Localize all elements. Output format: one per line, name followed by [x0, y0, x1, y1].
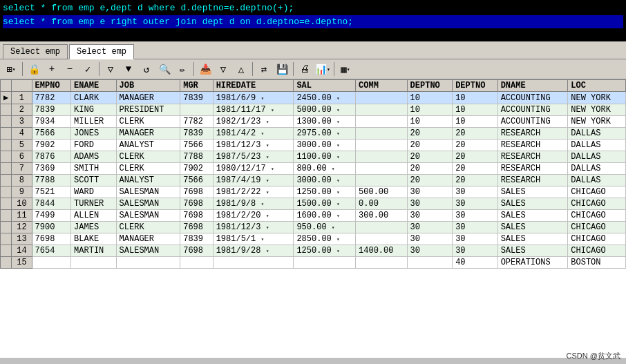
- table-row[interactable]: 7 7369 SMITH CLERK 7902 1980/12/17 ▾ 800…: [1, 163, 626, 175]
- deptno2-cell[interactable]: 20: [453, 151, 498, 163]
- empno-cell[interactable]: 7782: [32, 92, 70, 104]
- comm-cell[interactable]: [356, 116, 408, 128]
- ename-cell[interactable]: ALLEN: [71, 210, 117, 222]
- mgr-cell[interactable]: [180, 257, 213, 269]
- mgr-cell[interactable]: [180, 104, 213, 116]
- deptno1-header[interactable]: DEPTNO: [407, 80, 453, 92]
- print-button[interactable]: 🖨: [296, 61, 313, 77]
- sal-cell[interactable]: 3000.00 ▾: [294, 140, 356, 151]
- deptno1-cell[interactable]: 30: [407, 233, 453, 245]
- loc-cell[interactable]: DALLAS: [568, 175, 626, 186]
- empno-cell[interactable]: 7499: [32, 210, 70, 222]
- loc-cell[interactable]: CHICAGO: [568, 222, 626, 233]
- deptno1-cell[interactable]: 20: [407, 128, 453, 140]
- deptno2-cell[interactable]: 30: [453, 198, 498, 210]
- job-cell[interactable]: ANALYST: [116, 175, 180, 186]
- dname-cell[interactable]: RESEARCH: [497, 163, 568, 175]
- deptno1-cell[interactable]: 30: [407, 222, 453, 233]
- sal-cell[interactable]: 1250.00 ▾: [294, 186, 356, 198]
- sal-cell[interactable]: 800.00 ▾: [294, 163, 356, 175]
- table-row[interactable]: 8 7788 SCOTT ANALYST 7566 1987/4/19 ▾ 30…: [1, 175, 626, 186]
- ename-cell[interactable]: FORD: [71, 140, 117, 151]
- empno-cell[interactable]: 7876: [32, 151, 70, 163]
- hiredate-cell[interactable]: 1980/12/17 ▾: [213, 163, 294, 175]
- ename-cell[interactable]: JAMES: [71, 222, 117, 233]
- sal-cell[interactable]: 1600.00 ▾: [294, 210, 356, 222]
- sal-header[interactable]: SAL: [294, 80, 356, 92]
- empno-cell[interactable]: 7902: [32, 140, 70, 151]
- dname-header[interactable]: DNAME: [497, 80, 568, 92]
- table-row[interactable]: 15 40 OPERATIONS BOSTON: [1, 257, 626, 269]
- job-cell[interactable]: SALESMAN: [116, 198, 180, 210]
- deptno2-cell[interactable]: 20: [453, 163, 498, 175]
- mgr-cell[interactable]: 7839: [180, 92, 213, 104]
- empno-cell[interactable]: 7788: [32, 175, 70, 186]
- add-button[interactable]: +: [44, 61, 60, 77]
- comm-cell[interactable]: [356, 140, 408, 151]
- dname-cell[interactable]: SALES: [497, 198, 568, 210]
- job-cell[interactable]: SALESMAN: [116, 186, 180, 198]
- job-cell[interactable]: MANAGER: [116, 92, 180, 104]
- deptno2-header[interactable]: DEPTNO: [453, 80, 498, 92]
- deptno2-cell[interactable]: 10: [453, 92, 498, 104]
- loc-cell[interactable]: BOSTON: [568, 257, 626, 269]
- confirm-button[interactable]: ✓: [79, 61, 96, 77]
- remove-button[interactable]: −: [61, 61, 78, 77]
- tab-select-emp-2[interactable]: Select emp: [69, 44, 134, 59]
- hiredate-cell[interactable]: 1981/9/8 ▾: [213, 198, 294, 210]
- deptno2-cell[interactable]: 30: [453, 222, 498, 233]
- loc-cell[interactable]: CHICAGO: [568, 186, 626, 198]
- loc-cell[interactable]: NEW YORK: [568, 104, 626, 116]
- table-row[interactable]: 3 7934 MILLER CLERK 7782 1982/1/23 ▾ 130…: [1, 116, 626, 128]
- ename-cell[interactable]: ADAMS: [71, 151, 117, 163]
- mgr-cell[interactable]: 7839: [180, 128, 213, 140]
- hiredate-cell[interactable]: 1981/12/3 ▾: [213, 222, 294, 233]
- dname-cell[interactable]: OPERATIONS: [497, 257, 568, 269]
- ename-cell[interactable]: TURNER: [71, 198, 117, 210]
- hiredate-cell[interactable]: 1987/5/23 ▾: [213, 151, 294, 163]
- ename-cell[interactable]: CLARK: [71, 92, 117, 104]
- dname-cell[interactable]: RESEARCH: [497, 140, 568, 151]
- mgr-cell[interactable]: 7782: [180, 116, 213, 128]
- loc-cell[interactable]: DALLAS: [568, 163, 626, 175]
- hiredate-cell[interactable]: 1981/4/2 ▾: [213, 128, 294, 140]
- hiredate-cell[interactable]: 1981/9/28 ▾: [213, 245, 294, 257]
- swap-button[interactable]: ⇄: [256, 61, 272, 77]
- table-row[interactable]: 4 7566 JONES MANAGER 7839 1981/4/2 ▾ 297…: [1, 128, 626, 140]
- empno-cell[interactable]: 7839: [32, 104, 70, 116]
- mgr-header[interactable]: MGR: [180, 80, 213, 92]
- job-cell[interactable]: CLERK: [116, 222, 180, 233]
- table-row[interactable]: 2 7839 KING PRESIDENT 1981/11/17 ▾ 5000.…: [1, 104, 626, 116]
- ename-cell[interactable]: MILLER: [71, 116, 117, 128]
- empno-cell[interactable]: 7698: [32, 233, 70, 245]
- up-arrow-button[interactable]: ▽: [215, 61, 231, 77]
- loc-cell[interactable]: CHICAGO: [568, 198, 626, 210]
- hiredate-cell[interactable]: 1981/2/22 ▾: [213, 186, 294, 198]
- sort-up-button[interactable]: ▼: [120, 61, 137, 77]
- dname-cell[interactable]: ACCOUNTING: [497, 92, 568, 104]
- deptno2-cell[interactable]: 40: [453, 257, 498, 269]
- job-cell[interactable]: PRESIDENT: [116, 104, 180, 116]
- loc-cell[interactable]: CHICAGO: [568, 210, 626, 222]
- refresh-button[interactable]: ↺: [138, 61, 155, 77]
- deptno1-cell[interactable]: 30: [407, 245, 453, 257]
- dname-cell[interactable]: RESEARCH: [497, 128, 568, 140]
- empno-header[interactable]: EMPNO: [32, 80, 70, 92]
- sal-cell[interactable]: 1300.00 ▾: [294, 116, 356, 128]
- deptno2-cell[interactable]: 30: [453, 186, 498, 198]
- ename-cell[interactable]: SMITH: [71, 163, 117, 175]
- loc-cell[interactable]: DALLAS: [568, 151, 626, 163]
- sal-cell[interactable]: 1100.00 ▾: [294, 151, 356, 163]
- comm-cell[interactable]: [356, 222, 408, 233]
- hiredate-cell[interactable]: 1982/1/23 ▾: [213, 116, 294, 128]
- job-cell[interactable]: ANALYST: [116, 140, 180, 151]
- empno-cell[interactable]: 7369: [32, 163, 70, 175]
- job-cell[interactable]: SALESMAN: [116, 245, 180, 257]
- ename-header[interactable]: ENAME: [71, 80, 117, 92]
- dname-cell[interactable]: ACCOUNTING: [497, 104, 568, 116]
- lock-button[interactable]: 🔒: [26, 61, 42, 77]
- deptno1-cell[interactable]: 10: [407, 116, 453, 128]
- ename-cell[interactable]: KING: [71, 104, 117, 116]
- comm-cell[interactable]: [356, 175, 408, 186]
- comm-cell[interactable]: 1400.00: [356, 245, 408, 257]
